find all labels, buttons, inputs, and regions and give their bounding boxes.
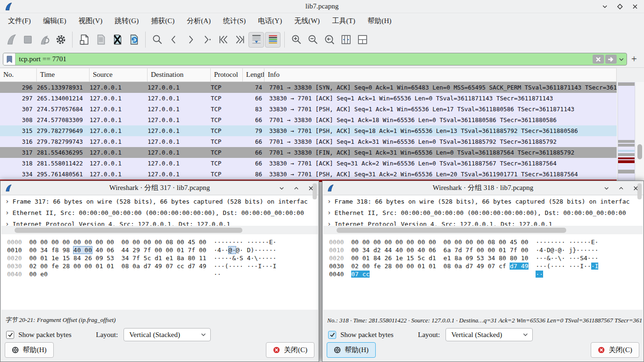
menu-item-2[interactable]: 视图(V) bbox=[73, 15, 109, 27]
colorize-icon[interactable] bbox=[265, 32, 281, 48]
column-header-time[interactable]: Time bbox=[37, 68, 90, 82]
dialog-title: Wireshark · 分组 317 · lib7.pcapng bbox=[0, 183, 319, 192]
packet-row-318[interactable]: 318281.558011422127.0.0.1127.0.0.1TCP663… bbox=[0, 158, 617, 169]
menu-item-3[interactable]: 跳转(G) bbox=[108, 15, 145, 27]
stop-capture-icon[interactable] bbox=[20, 32, 35, 48]
apply-filter-icon[interactable] bbox=[605, 55, 617, 64]
layout-select[interactable]: Vertical (Stacked) bbox=[446, 328, 533, 341]
minimize-icon[interactable] bbox=[602, 184, 611, 192]
packet-row-316[interactable]: 316279.782799743127.0.0.1127.0.0.1TCP667… bbox=[0, 136, 617, 147]
tree-row-2[interactable]: Internet Protocol Version 4, Src: 127.0.… bbox=[1, 218, 318, 226]
packet-row-307[interactable]: 307274.577057684127.0.0.1127.0.0.1TCP833… bbox=[0, 104, 617, 115]
zoom-in-icon[interactable] bbox=[289, 32, 304, 48]
column-header-info[interactable]: Info bbox=[264, 68, 617, 82]
packet-row-308[interactable]: 308274.577083309127.0.0.1127.0.0.1TCP667… bbox=[0, 115, 617, 125]
tree-row-1[interactable]: Ethernet II, Src: 00:00:00_00:00:00 (00:… bbox=[1, 207, 318, 218]
maximize-icon[interactable] bbox=[616, 2, 624, 11]
start-capture-icon[interactable] bbox=[3, 32, 19, 48]
hex-row-0010[interactable]: 001000 34 f8 98 40 00 40 06 44 29 7f 00 … bbox=[1, 246, 318, 254]
tree-scrollbar-thumb[interactable] bbox=[313, 183, 317, 199]
capture-options-icon[interactable] bbox=[53, 32, 68, 48]
add-filter-button[interactable]: + bbox=[627, 53, 641, 65]
bookmark-icon[interactable] bbox=[3, 53, 16, 65]
reload-file-icon[interactable] bbox=[126, 32, 141, 48]
resize-columns-icon[interactable] bbox=[338, 32, 354, 48]
menu-item-5[interactable]: 分析(A) bbox=[181, 15, 217, 27]
open-file-icon[interactable] bbox=[76, 32, 92, 48]
zoom-out-icon[interactable] bbox=[305, 32, 321, 48]
minimize-icon[interactable] bbox=[277, 184, 286, 192]
minimize-icon[interactable] bbox=[601, 2, 609, 11]
maximize-icon[interactable] bbox=[292, 184, 300, 192]
scrollbar-thumb[interactable] bbox=[15, 228, 242, 233]
tree-horizontal-scrollbar[interactable] bbox=[1, 227, 318, 234]
filter-history-caret-icon[interactable] bbox=[618, 55, 625, 64]
hex-row-0000[interactable]: 000000 00 00 00 00 00 00 00 00 00 00 00 … bbox=[1, 238, 318, 246]
menu-item-8[interactable]: 无线(W) bbox=[288, 15, 326, 27]
go-back-icon[interactable] bbox=[166, 32, 182, 48]
scrollbar-thumb[interactable] bbox=[637, 144, 642, 159]
close-button[interactable]: 关闭(C) bbox=[266, 342, 314, 358]
menu-item-1[interactable]: 编辑(E) bbox=[37, 15, 72, 27]
scroll-minimap[interactable] bbox=[618, 82, 635, 181]
menu-item-6[interactable]: 统计(S) bbox=[217, 15, 252, 27]
expander-icon bbox=[1, 221, 12, 226]
menu-item-4[interactable]: 捕获(C) bbox=[145, 15, 181, 27]
hex-row-0020[interactable]: 002000 01 1e 15 84 26 09 53 34 7f 5c d1 … bbox=[1, 254, 318, 262]
hex-row-0010[interactable]: 001000 34 d2 44 40 00 40 06 6a 7d 7f 00 … bbox=[323, 246, 643, 254]
go-first-icon[interactable] bbox=[215, 32, 231, 48]
zoom-reset-icon[interactable] bbox=[322, 32, 337, 48]
go-last-icon[interactable] bbox=[232, 32, 248, 48]
show-packet-bytes-checkbox[interactable] bbox=[6, 331, 14, 339]
auto-scroll-icon[interactable] bbox=[248, 32, 264, 48]
menu-item-9[interactable]: 工具(T) bbox=[326, 15, 361, 27]
hex-row-0020[interactable]: 002000 01 84 26 1e 15 5c d1 e1 8a 09 53 … bbox=[323, 254, 643, 262]
hex-row-0030[interactable]: 003002 00 fe 28 00 00 01 01 08 0a d7 49 … bbox=[323, 262, 643, 270]
packet-row-315[interactable]: 315279.782779649127.0.0.1127.0.0.1TCP793… bbox=[0, 125, 617, 136]
close-file-icon[interactable] bbox=[109, 32, 125, 48]
scrollbar-thumb[interactable] bbox=[337, 228, 566, 233]
hex-row-0030[interactable]: 003002 00 fe 28 00 00 01 01 08 0a d7 49 … bbox=[1, 262, 318, 270]
packet-row-296[interactable]: 296265.133978931127.0.0.1127.0.0.1TCP747… bbox=[0, 82, 617, 93]
column-header-no[interactable]: No. bbox=[0, 68, 37, 82]
help-button[interactable]: 帮助(H) bbox=[327, 342, 376, 358]
column-header-protocol[interactable]: Protocol bbox=[211, 68, 243, 82]
hex-row-0040[interactable]: 004007 cc ·· bbox=[323, 270, 643, 278]
save-file-icon[interactable] bbox=[93, 32, 108, 48]
tree-horizontal-scrollbar[interactable] bbox=[323, 227, 643, 234]
find-packet-icon[interactable] bbox=[149, 32, 165, 48]
tree-row-0[interactable]: Frame 318: 66 bytes on wire (528 bits), … bbox=[323, 196, 643, 207]
layout-select[interactable]: Vertical (Stacked) bbox=[124, 328, 211, 341]
chevron-down-icon bbox=[201, 333, 206, 337]
clear-filter-icon[interactable] bbox=[593, 55, 604, 64]
menu-item-10[interactable]: 帮助(H) bbox=[361, 15, 397, 27]
tree-row-2[interactable]: Internet Protocol Version 4, Src: 127.0.… bbox=[323, 218, 643, 226]
packet-list-scrollbar[interactable] bbox=[636, 82, 644, 181]
close-icon[interactable] bbox=[631, 2, 639, 11]
column-header-destination[interactable]: Destination bbox=[148, 68, 211, 82]
column-header-length[interactable]: Length bbox=[243, 68, 264, 82]
hex-row-0040[interactable]: 004000 e0 ·· bbox=[1, 270, 318, 278]
display-filter-input[interactable]: tcp.port == 7701 bbox=[3, 53, 627, 66]
packet-bytes-pane[interactable]: 000000 00 00 00 00 00 00 00 00 00 00 00 … bbox=[323, 234, 643, 310]
filter-expression[interactable]: tcp.port == 7701 bbox=[16, 55, 593, 63]
tree-row-1[interactable]: Ethernet II, Src: 00:00:00_00:00:00 (00:… bbox=[323, 207, 643, 218]
show-packet-bytes-checkbox[interactable] bbox=[328, 331, 336, 339]
close-button[interactable]: 关闭(C) bbox=[591, 342, 639, 358]
tree-scrollbar-thumb[interactable] bbox=[637, 183, 642, 199]
packet-row-334[interactable]: 334295.761480561127.0.0.1127.0.0.1TCP863… bbox=[0, 169, 617, 180]
restart-capture-icon[interactable] bbox=[36, 32, 52, 48]
go-to-packet-icon[interactable] bbox=[199, 32, 215, 48]
maximize-icon[interactable] bbox=[617, 184, 625, 192]
packet-bytes-pane[interactable]: 000000 00 00 00 00 00 00 00 00 00 00 00 … bbox=[1, 234, 318, 310]
menu-item-0[interactable]: 文件(F) bbox=[2, 15, 37, 27]
help-button[interactable]: 帮助(H) bbox=[5, 342, 54, 358]
tree-row-0[interactable]: Frame 317: 66 bytes on wire (528 bits), … bbox=[1, 196, 318, 207]
layout-123-icon[interactable] bbox=[355, 32, 370, 48]
column-header-source[interactable]: Source bbox=[90, 68, 148, 82]
hex-row-0000[interactable]: 000000 00 00 00 00 00 00 00 00 00 00 00 … bbox=[323, 238, 643, 246]
packet-row-317[interactable]: 317281.554636295127.0.0.1127.0.0.1TCP667… bbox=[0, 147, 617, 158]
go-forward-icon[interactable] bbox=[182, 32, 198, 48]
menu-item-7[interactable]: 电话(Y) bbox=[252, 15, 288, 27]
packet-row-297[interactable]: 297265.134001214127.0.0.1127.0.0.1TCP663… bbox=[0, 93, 617, 104]
